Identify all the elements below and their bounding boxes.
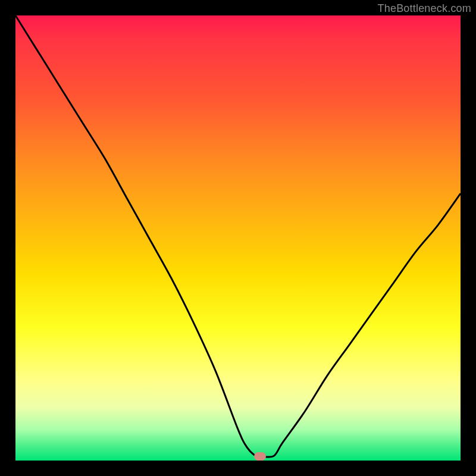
chart-plot-area [15,15,461,461]
optimal-point-marker [254,452,266,461]
curve-svg [15,15,461,461]
watermark-text: TheBottleneck.com [378,2,471,15]
bottleneck-curve-line [15,15,461,457]
